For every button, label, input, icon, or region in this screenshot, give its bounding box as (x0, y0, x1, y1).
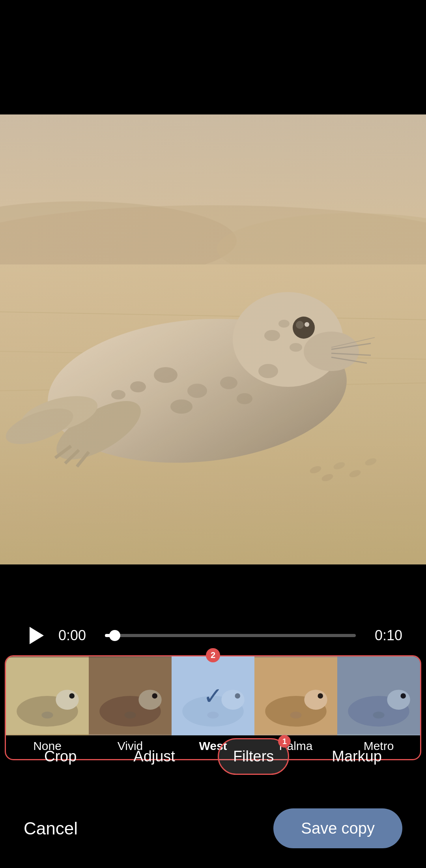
bottom-toolbar: Crop Adjust 1 Filters Markup (0, 738, 426, 775)
filter-thumb-none-img (6, 656, 89, 735)
svg-rect-63 (254, 658, 337, 734)
seal-photo (0, 114, 426, 564)
crop-label: Crop (44, 748, 77, 765)
cancel-label: Cancel (24, 819, 78, 838)
scrubber-track[interactable] (105, 634, 356, 637)
scrubber-row: 0:00 0:10 (24, 624, 402, 647)
filter-thumb-vivid-img (89, 656, 172, 735)
play-icon (30, 627, 44, 644)
svg-rect-69 (337, 658, 420, 734)
scrubber-thumb[interactable] (109, 630, 120, 641)
bottom-action-bar: Cancel Save copy (0, 808, 426, 848)
west-checkmark: ✓ (203, 682, 223, 710)
svg-rect-52 (89, 658, 172, 734)
svg-rect-41 (0, 114, 426, 564)
svg-point-44 (56, 690, 78, 710)
svg-point-46 (41, 712, 53, 719)
time-current: 0:00 (58, 627, 94, 644)
adjust-label: Adjust (133, 748, 175, 765)
photo-container (0, 114, 426, 564)
seal-image (0, 114, 426, 564)
play-button[interactable] (24, 624, 47, 647)
filter-thumb-metro-img (337, 656, 420, 735)
filter-thumb-palma-img (254, 656, 337, 735)
cancel-button[interactable]: Cancel (24, 819, 78, 838)
crop-tool-button[interactable]: Crop (30, 739, 91, 774)
filters-tool-badge: 1 (278, 735, 291, 748)
filter-west-selected-overlay: ✓ (172, 656, 254, 735)
adjust-tool-button[interactable]: Adjust (119, 739, 189, 774)
time-total: 0:10 (367, 627, 402, 644)
markup-label: Markup (332, 748, 382, 765)
top-black-area (0, 0, 426, 114)
filmstrip-badge: 2 (206, 648, 220, 662)
markup-tool-button[interactable]: Markup (318, 739, 396, 774)
save-copy-label: Save copy (301, 819, 375, 837)
save-copy-button[interactable]: Save copy (273, 808, 402, 848)
svg-point-45 (69, 693, 75, 699)
filters-tool-wrapper: 1 Filters (218, 738, 289, 775)
filters-label: Filters (233, 748, 274, 765)
